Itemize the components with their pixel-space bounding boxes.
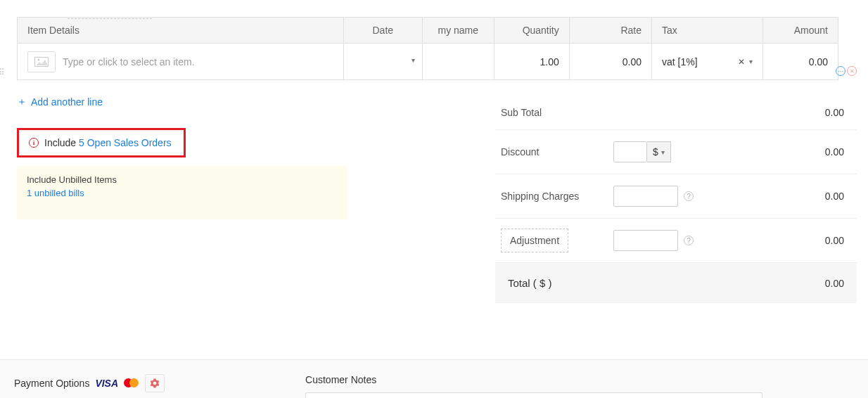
- adjustment-value: 0.00: [774, 235, 844, 246]
- add-line-label: Add another line: [31, 96, 103, 108]
- collapsed-section-indicator: [68, 18, 152, 19]
- tax-chevron-down-icon[interactable]: ▾: [749, 58, 753, 65]
- subtotal-value: 0.00: [774, 107, 844, 118]
- quantity-input[interactable]: 1.00: [494, 44, 569, 80]
- shipping-help-icon[interactable]: ?: [684, 191, 694, 201]
- rate-input[interactable]: 0.00: [569, 44, 651, 80]
- totals-panel: Sub Total 0.00 Discount $ ▾ 0.00: [495, 96, 857, 303]
- col-header-tax: Tax: [651, 18, 762, 44]
- adjustment-label-input[interactable]: Adjustment: [501, 229, 568, 252]
- line-item-row: Type or click to select an item. ▾ 1.00 …: [18, 44, 838, 80]
- tax-select[interactable]: vat [1%] ✕ ▾: [662, 56, 753, 68]
- unbilled-bills-link[interactable]: 1 unbilled bills: [27, 188, 338, 198]
- col-header-quantity: Quantity: [494, 18, 569, 44]
- col-header-amount: Amount: [762, 18, 838, 44]
- grand-total-label: Total ( $ ): [508, 277, 620, 289]
- discount-input[interactable]: [613, 141, 647, 162]
- unbilled-items-title: Include Unbilled Items: [27, 174, 338, 185]
- include-open-orders[interactable]: i Include 5 Open Sales Orders: [17, 128, 186, 158]
- col-header-item: Item Details: [18, 18, 344, 44]
- shipping-input[interactable]: [613, 186, 678, 207]
- discount-value: 0.00: [774, 146, 844, 158]
- visa-icon: VISA: [95, 378, 118, 389]
- svg-point-1: [38, 58, 40, 60]
- include-open-orders-link[interactable]: 5 Open Sales Orders: [79, 137, 172, 148]
- info-icon: i: [29, 138, 39, 148]
- footer-section: Payment Options VISA Customer Notes: [0, 359, 868, 398]
- gear-icon: [150, 378, 160, 388]
- custom-name-cell[interactable]: [422, 44, 494, 80]
- payment-settings-button[interactable]: [145, 374, 165, 392]
- adjustment-help-icon[interactable]: ?: [684, 236, 694, 245]
- include-prefix: Include: [44, 137, 76, 148]
- shipping-label: Shipping Charges: [501, 191, 613, 202]
- tax-clear-icon[interactable]: ✕: [738, 57, 745, 67]
- item-placeholder: Type or click to select an item.: [63, 56, 195, 68]
- tax-value: vat [1%]: [662, 56, 698, 68]
- subtotal-label: Sub Total: [501, 107, 613, 118]
- payment-options-label: Payment Options: [14, 378, 89, 389]
- line-items-table: Item Details Date my name Quantity Rate …: [17, 17, 838, 80]
- discount-currency: $: [653, 146, 658, 158]
- adjustment-input[interactable]: [613, 230, 678, 251]
- discount-type-select[interactable]: $ ▾: [647, 141, 671, 162]
- row-drag-handle[interactable]: ⠿: [0, 70, 6, 75]
- amount-cell: 0.00: [762, 44, 838, 80]
- mastercard-icon: [124, 378, 139, 388]
- col-header-date: Date: [343, 18, 422, 44]
- chevron-down-icon: ▾: [661, 148, 665, 156]
- plus-icon: ＋: [17, 96, 27, 108]
- item-image-placeholder-icon[interactable]: [27, 51, 56, 72]
- discount-label: Discount: [501, 146, 613, 158]
- col-header-name: my name: [422, 18, 494, 44]
- grand-total-value: 0.00: [774, 278, 844, 289]
- date-chevron-down-icon[interactable]: ▾: [411, 56, 415, 64]
- row-more-icon[interactable]: ⋯: [836, 66, 845, 76]
- item-select-input[interactable]: Type or click to select an item.: [63, 56, 333, 68]
- col-header-rate: Rate: [569, 18, 651, 44]
- customer-notes-label: Customer Notes: [305, 374, 854, 385]
- customer-notes-textarea[interactable]: [305, 392, 762, 398]
- shipping-value: 0.00: [774, 191, 844, 202]
- row-delete-icon[interactable]: ✕: [847, 66, 857, 76]
- unbilled-items-panel: Include Unbilled Items 1 unbilled bills: [17, 166, 347, 219]
- add-line-button[interactable]: ＋ Add another line: [17, 96, 355, 108]
